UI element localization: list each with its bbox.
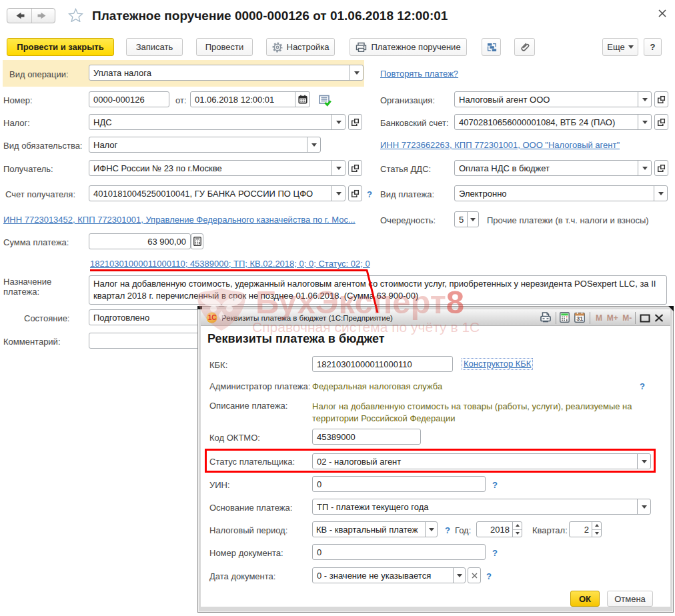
svg-text:31: 31 — [576, 315, 583, 322]
